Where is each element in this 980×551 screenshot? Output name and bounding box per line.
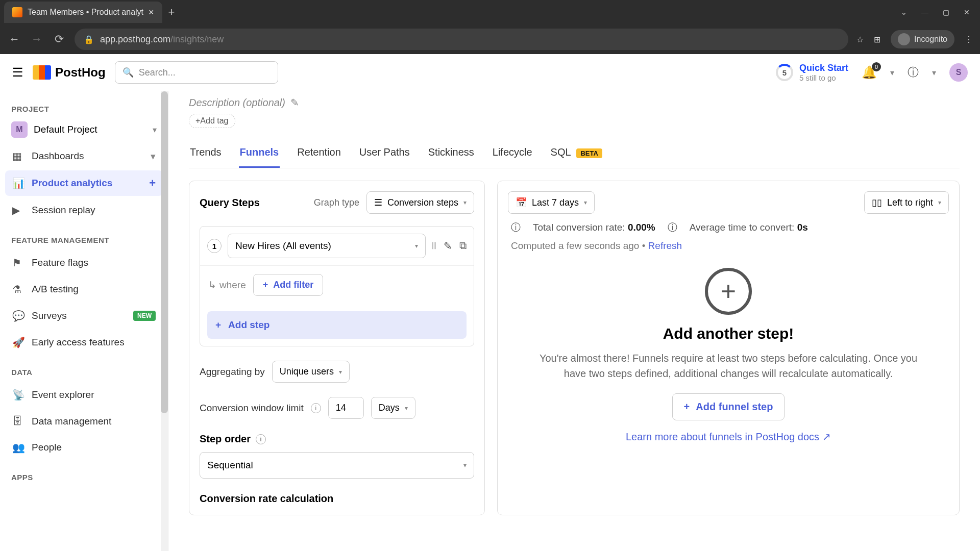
back-button[interactable]: ←	[7, 33, 21, 46]
sidebar-item-early-access[interactable]: 🚀 Early access features	[5, 330, 163, 355]
database-icon: 🗄	[12, 415, 24, 427]
copy-icon[interactable]: ⧉	[459, 240, 467, 252]
step-order-label: Step order i	[200, 433, 474, 445]
maximize-icon[interactable]: ▢	[943, 8, 949, 16]
sidebar-header-data: DATA	[5, 364, 163, 381]
address-bar: ← → ⟳ 🔒 app.posthog.com/insights/new ☆ ⊞…	[0, 24, 980, 54]
direction-select[interactable]: ▯▯ Left to right ▾	[864, 191, 949, 214]
info-icon: ⓘ	[511, 221, 521, 234]
pencil-icon[interactable]: ✎	[444, 240, 452, 252]
incognito-badge[interactable]: Incognito	[891, 30, 954, 48]
favicon-icon	[12, 7, 22, 17]
plus-icon: +	[684, 401, 690, 413]
scrollbar[interactable]	[161, 91, 168, 551]
minimize-icon[interactable]: ―	[921, 8, 928, 16]
aggregating-select[interactable]: Unique users ▾	[272, 361, 350, 383]
url-input[interactable]: 🔒 app.posthog.com/insights/new	[75, 29, 848, 50]
tab-stickiness[interactable]: Stickiness	[427, 141, 475, 168]
scrollbar-thumb[interactable]	[161, 91, 168, 413]
add-filter-button[interactable]: + Add filter	[253, 274, 324, 296]
search-input[interactable]: 🔍 Search...	[115, 61, 278, 84]
incognito-icon	[898, 33, 910, 45]
computed-text: Computed a few seconds ago	[511, 240, 639, 251]
help-caret-icon[interactable]: ▾	[932, 68, 936, 78]
tab-user-paths[interactable]: User Paths	[358, 141, 411, 168]
step-event-select[interactable]: New Hires (All events) ▾	[228, 234, 426, 258]
sidebar-item-product-analytics[interactable]: 📊 Product analytics +	[5, 170, 163, 196]
flag-icon: ⚑	[12, 257, 24, 269]
tab-trends[interactable]: Trends	[189, 141, 223, 168]
install-icon[interactable]: ⊞	[874, 35, 880, 44]
browser-tab[interactable]: Team Members • Product analyt ×	[4, 2, 162, 23]
info-icon: ⓘ	[668, 221, 677, 234]
query-panel: Query Steps Graph type ☰ Conversion step…	[189, 181, 485, 515]
notifications-button[interactable]: 🔔 0	[862, 65, 877, 80]
plus-icon[interactable]: +	[149, 177, 156, 190]
close-icon[interactable]: ×	[149, 7, 154, 18]
arrow-icon: ↳	[208, 279, 216, 291]
where-label: ↳ where	[208, 279, 246, 291]
plus-icon: +	[215, 319, 221, 331]
add-tag-button[interactable]: +Add tag	[189, 114, 235, 128]
avg-time-label: Average time to convert:	[690, 222, 795, 233]
sidebar-item-feature-flags[interactable]: ⚑ Feature flags	[5, 251, 163, 275]
project-selector[interactable]: M Default Project ▾	[5, 117, 163, 142]
people-icon: 👥	[12, 441, 24, 454]
tab-title: Team Members • Product analyt	[28, 8, 143, 17]
add-funnel-step-button[interactable]: + Add funnel step	[672, 393, 785, 420]
sidebar-item-ab-testing[interactable]: ⚗ A/B testing	[5, 277, 163, 302]
conversion-window-unit-select[interactable]: Days ▾	[371, 397, 415, 419]
sidebar-item-event-explorer[interactable]: 📡 Event explorer	[5, 383, 163, 407]
chevron-down-icon: ▾	[151, 151, 156, 162]
forward-button[interactable]: →	[30, 33, 44, 46]
sidebar-item-session-replay[interactable]: ▶ Session replay	[5, 198, 163, 222]
notifications-caret-icon[interactable]: ▾	[890, 68, 894, 78]
conversion-rate-label: Total conversion rate:	[533, 222, 625, 233]
logo[interactable]: PostHog	[33, 65, 106, 80]
bookmark-icon[interactable]: ☆	[856, 35, 864, 44]
sidebar-item-people[interactable]: 👥 People	[5, 435, 163, 460]
chevron-down-icon: ▾	[339, 368, 342, 375]
play-icon: ▶	[12, 204, 24, 216]
add-step-button[interactable]: + Add step	[207, 311, 467, 339]
new-badge: NEW	[133, 311, 156, 321]
info-icon[interactable]: i	[256, 434, 266, 444]
broadcast-icon: 📡	[12, 389, 24, 401]
tab-lifecycle[interactable]: Lifecycle	[492, 141, 533, 168]
hamburger-icon[interactable]: ☰	[12, 65, 23, 80]
tab-retention[interactable]: Retention	[296, 141, 342, 168]
new-tab-button[interactable]: +	[168, 6, 175, 19]
graph-type-select[interactable]: ☰ Conversion steps ▾	[366, 191, 474, 214]
bars-icon: ▯▯	[872, 197, 882, 208]
description-placeholder[interactable]: Description (optional)	[189, 97, 285, 109]
filter-icon[interactable]: ⫴	[432, 240, 436, 252]
sidebar-item-data-management[interactable]: 🗄 Data management	[5, 409, 163, 433]
learn-more-link[interactable]: Learn more about funnels in PostHog docs…	[626, 431, 831, 443]
lock-icon: 🔒	[84, 35, 94, 44]
user-avatar[interactable]: S	[949, 63, 968, 82]
sidebar-item-surveys[interactable]: 💬 Surveys NEW	[5, 304, 163, 328]
close-window-icon[interactable]: ✕	[964, 8, 970, 16]
refresh-link[interactable]: Refresh	[648, 240, 682, 251]
chevron-down-icon[interactable]: ⌄	[901, 8, 907, 16]
pencil-icon[interactable]: ✎	[290, 96, 299, 109]
flask-icon: ⚗	[12, 283, 24, 295]
graph-type-label: Graph type	[314, 197, 359, 208]
sidebar-item-dashboards[interactable]: ▦ Dashboards ▾	[5, 144, 163, 168]
hero-text: You're almost there! Funnels require at …	[528, 350, 928, 381]
step-order-select[interactable]: Sequential ▾	[200, 452, 474, 479]
date-range-select[interactable]: 📅 Last 7 days ▾	[508, 191, 595, 214]
avg-time-value: 0s	[797, 222, 808, 233]
browser-chrome: Team Members • Product analyt × + ⌄ ― ▢ …	[0, 0, 980, 54]
url-text: app.posthog.com/insights/new	[100, 34, 224, 45]
tab-funnels[interactable]: Funnels	[239, 141, 280, 168]
quick-start[interactable]: 5 Quick Start 5 still to go	[776, 63, 848, 82]
tab-sql[interactable]: SQL BETA	[550, 141, 603, 168]
info-icon[interactable]: i	[311, 403, 321, 413]
conversion-window-input[interactable]	[328, 397, 364, 419]
help-button[interactable]: ⓘ	[908, 65, 919, 80]
menu-icon[interactable]: ⋮	[965, 35, 973, 44]
search-icon: 🔍	[122, 67, 134, 78]
reload-button[interactable]: ⟳	[52, 33, 66, 46]
conversion-rate-value: 0.00%	[628, 222, 655, 233]
